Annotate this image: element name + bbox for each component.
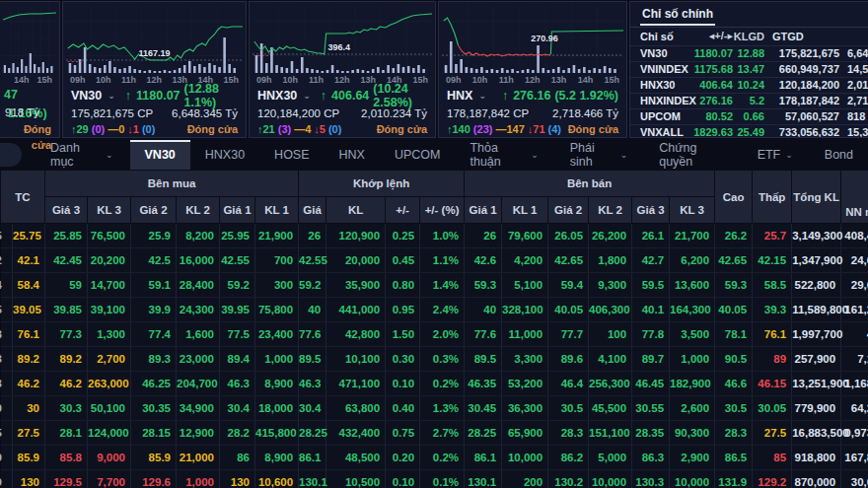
col-chiso[interactable]: Chỉ số [630, 28, 682, 45]
board-cell: 1,000 [255, 347, 299, 372]
board-subheader-cell: Giá 3 [632, 197, 670, 224]
board-cell: 36,300 [502, 396, 548, 421]
mini-chart-partial [3, 4, 56, 73]
index-cell: 1180.07 [682, 45, 733, 61]
index-cell: 733,056,632 [764, 124, 839, 138]
board-cell: 0,973 [841, 421, 868, 446]
board-row[interactable]: 346.246.2263,00046.25204,70046.38,90046.… [1, 372, 868, 396]
tab-hose[interactable]: HOSE [259, 140, 324, 170]
board-row[interactable]: 527.528.1124,00028.1512,90028.2415,80028… [1, 421, 868, 446]
tab-phái-sinh[interactable]: Phái sinh⌄ [555, 140, 644, 170]
menu-pill-button[interactable] [0, 143, 22, 167]
board-subheader-cell: KL 1 [255, 197, 299, 224]
board-cell: 0.20 [386, 446, 420, 470]
board-cell: 5,100 [502, 273, 548, 298]
board-row[interactable]: 525.7525.8576,50025.98,20025.9521,900261… [1, 224, 868, 248]
board-subheader-cell: KL 3 [88, 197, 131, 224]
board-cell: 3,300 [502, 347, 548, 372]
index-turnover: 2,718.466 Tỷ [552, 107, 618, 119]
tab-hnx30[interactable]: HNX30 [190, 140, 259, 170]
index-row[interactable]: VNINDEX1175.6813.47660,949,73714,50 [630, 61, 868, 77]
tab-vn30[interactable]: VN30 [130, 140, 190, 170]
index-cell: 15,34 [839, 124, 868, 138]
board-cell: 46.25 [131, 372, 177, 396]
board-row[interactable]: 876.177.31,30077.41,60077.523,40077.642,… [1, 322, 868, 347]
board-cell: 26 [299, 224, 326, 248]
board-cell: 76,500 [88, 224, 131, 248]
board-cell: 85.9 [131, 446, 177, 470]
board-cell: 130.1 [465, 470, 502, 488]
time-label: 15h [604, 75, 619, 85]
board-cell: 58.5 [753, 273, 792, 298]
board-row[interactable]: 458.45914,70059.128,40059.230059.235,900… [1, 273, 868, 298]
chevron-down-icon: ⌄ [106, 150, 113, 160]
chevron-down-icon[interactable]: ⌄ [478, 91, 486, 101]
board-cell: 21,000 [177, 446, 220, 470]
col-gtgd[interactable]: GTGD [764, 28, 839, 45]
board-cell: 59.4 [548, 273, 589, 298]
board-row[interactable]: 9130129.57,700129.61,00013010,600130.110… [1, 470, 868, 488]
board-cell: 30.45 [465, 396, 502, 421]
decliners: ↓1 [127, 123, 139, 135]
index-cell: 1829.63 [682, 124, 733, 138]
tab-chứng-quyền[interactable]: Chứng quyền [644, 140, 742, 170]
chevron-down-icon: ⌄ [531, 150, 539, 160]
tab-label: Bond [825, 148, 853, 162]
index-row[interactable]: VNXALL1829.6325.49733,056,63215,34 [630, 124, 868, 138]
board-cell: 40 [465, 298, 502, 322]
index-row[interactable]: UPCOM80.520.6657,060,527818 [630, 108, 868, 124]
board-row[interactable]: 985.985.89,00085.921,000868,90086.148,50… [1, 446, 868, 470]
chevron-down-icon[interactable]: ⌄ [108, 91, 115, 101]
chevron-down-icon: ⌄ [620, 150, 628, 160]
index-row[interactable]: VN301180.0712.88175,821,6756,64 [630, 45, 868, 61]
board-cell: 35,900 [326, 273, 386, 298]
board-cell: 11,000 [502, 322, 548, 347]
tab-hnx[interactable]: HNX [325, 140, 380, 170]
board-cell: 34,900 [177, 396, 220, 421]
col-klgd[interactable]: KLGD [733, 28, 764, 45]
board-cell: 30.55 [632, 396, 670, 421]
reference-price-cell: 85.9 [13, 446, 45, 470]
board-cell: 42.15 [753, 248, 792, 273]
index-cell: 12.88 [733, 45, 764, 61]
board-cell: 120,900 [326, 224, 386, 248]
board-cell: 25.9 [131, 224, 177, 248]
indices-panel-title[interactable]: Chỉ số chính [630, 2, 868, 28]
index-name[interactable]: VN30 [71, 89, 102, 103]
index-cell: HNXINDEX [630, 93, 682, 108]
group-buy: Bên mua [45, 171, 299, 197]
tab-label: Thỏa thuận [470, 141, 526, 169]
board-cell: 46.35 [465, 372, 502, 396]
index-row[interactable]: HNXINDEX276.165.2178,187,8422,71 [630, 93, 868, 108]
board-row[interactable]: 389.289.22,70089.323,00089.41,00089.510,… [1, 347, 868, 372]
tab-etf[interactable]: ETF⌄ [743, 140, 810, 170]
board-row[interactable]: 93030.350,10030.3534,90030.418,00030.463… [1, 396, 868, 421]
board-cell: 10,000 [589, 470, 632, 488]
board-subheader-cell: Giá 1 [220, 197, 255, 224]
index-name[interactable]: HNX [447, 89, 472, 103]
board-cell: 42.45 [45, 248, 88, 273]
board-subheader-cell: KL 1 [502, 197, 548, 224]
time-label: 10h [282, 75, 298, 85]
col-change-sort[interactable]: ◂+/-▸ [682, 28, 733, 45]
board-cell: 89.3 [131, 347, 177, 372]
tab-label: HNX30 [205, 148, 245, 162]
chevron-down-icon[interactable]: ⌄ [303, 91, 311, 101]
board-cell: 129.6 [131, 470, 177, 488]
board-row[interactable]: 242.142.4520,20042.516,00042.5570042.552… [1, 248, 868, 273]
board-cell: 1,600 [177, 322, 220, 347]
board-row[interactable]: 539.0539.8539,10039.924,30039.9575,80040… [1, 298, 868, 322]
tab-bond[interactable]: Bond [810, 140, 868, 170]
mini-chart-vn30: 1167.19 [66, 4, 243, 73]
board-cell: 30.5 [715, 396, 753, 421]
price-chart [66, 4, 243, 73]
index-row[interactable]: HNX30406.6410.24120,184,2002,01 [630, 77, 868, 93]
index-name[interactable]: HNX30 [257, 89, 297, 103]
tab-upcom[interactable]: UPCOM [380, 140, 456, 170]
indices-title-label: Chỉ số chính [640, 2, 715, 26]
session-status: Đóng cửa [187, 123, 238, 135]
index-panel-hnx: 270.96 09h10h11h12h13h14h15h HNX ⌄ ↑ 276… [438, 1, 627, 138]
board-subheader-cell: Giá 2 [131, 197, 177, 224]
index-panel-partial[interactable]: 14h 15h 47 1.16%) 918 Tỷ Đóng cửa [0, 1, 60, 138]
tab-thỏa-thuận[interactable]: Thỏa thuận⌄ [455, 140, 554, 170]
